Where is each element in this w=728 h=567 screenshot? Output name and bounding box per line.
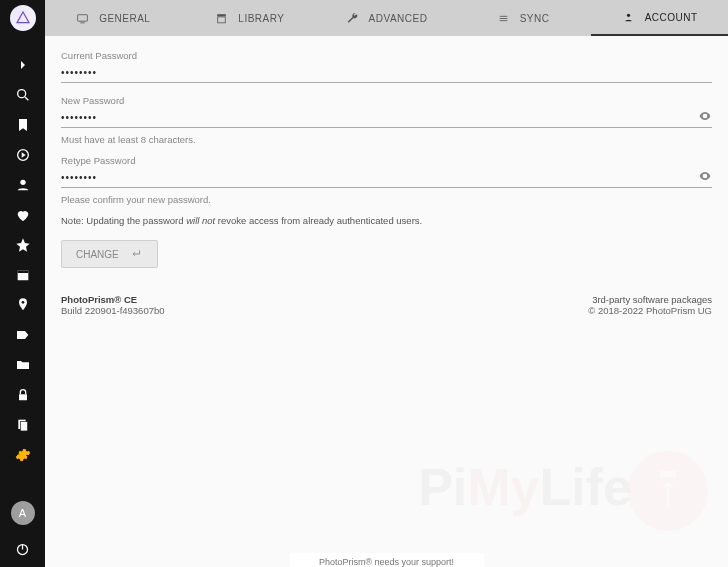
button-label: CHANGE: [76, 249, 119, 260]
sync-icon: [497, 12, 510, 25]
nav-logout[interactable]: [0, 531, 45, 567]
svg-rect-11: [20, 422, 27, 431]
wrench-icon: [346, 12, 359, 25]
retype-password-input[interactable]: [61, 170, 712, 187]
svg-rect-7: [17, 270, 28, 273]
tab-label: SYNC: [520, 13, 550, 24]
retype-password-hint: Please confirm your new password.: [61, 194, 712, 205]
nav-places[interactable]: [0, 290, 45, 320]
new-password-hint: Must have at least 8 characters.: [61, 134, 712, 145]
lock-icon: [15, 387, 31, 403]
tab-advanced[interactable]: ADVANCED: [318, 0, 455, 36]
folder-icon: [15, 357, 31, 373]
display-icon: [76, 12, 89, 25]
power-icon: [15, 542, 30, 557]
archive-icon: [215, 12, 228, 25]
nav-private[interactable]: [0, 380, 45, 410]
tab-sync[interactable]: SYNC: [455, 0, 592, 36]
app-logo[interactable]: [0, 0, 45, 36]
tab-label: ACCOUNT: [645, 12, 698, 23]
nav-labels[interactable]: [0, 320, 45, 350]
heart-icon: [15, 207, 31, 223]
enter-icon: [129, 247, 143, 261]
svg-rect-9: [19, 394, 27, 400]
nav-favorites-star[interactable]: [0, 230, 45, 260]
watermark: PiMyLife ↑: [418, 447, 708, 527]
star-icon: [15, 237, 31, 253]
account-settings-panel: Current Password New Password Must have …: [45, 36, 728, 567]
sidebar: A: [0, 0, 45, 567]
files-icon: [15, 417, 31, 433]
svg-point-8: [21, 301, 24, 304]
new-password-label: New Password: [61, 95, 712, 106]
nav-expand[interactable]: [0, 50, 45, 80]
nav-settings[interactable]: [0, 440, 45, 470]
current-password-label: Current Password: [61, 50, 712, 61]
account-icon: [622, 11, 635, 24]
svg-rect-16: [217, 14, 226, 16]
svg-point-1: [17, 90, 25, 98]
nav-search[interactable]: [0, 80, 45, 110]
user-avatar[interactable]: A: [11, 501, 35, 525]
current-password-input[interactable]: [61, 65, 712, 82]
nav-bookmarks[interactable]: [0, 110, 45, 140]
tab-account[interactable]: ACCOUNT: [591, 0, 728, 36]
nav-videos[interactable]: [0, 140, 45, 170]
label-icon: [15, 327, 31, 343]
gear-icon: [15, 447, 31, 463]
new-password-input[interactable]: [61, 110, 712, 127]
password-note: Note: Updating the password will not rev…: [61, 215, 712, 226]
tab-label: GENERAL: [99, 13, 150, 24]
search-icon: [15, 87, 31, 103]
support-banner[interactable]: PhotoPrism® needs your support!: [289, 553, 484, 567]
person-icon: [15, 177, 31, 193]
copyright: © 2018-2022 PhotoPrism UG: [588, 305, 712, 316]
settings-tabs: GENERAL LIBRARY ADVANCED SYNC ACCOUNT: [45, 0, 728, 36]
svg-marker-0: [17, 12, 29, 23]
play-circle-icon: [15, 147, 31, 163]
svg-point-5: [20, 180, 25, 185]
nav-library[interactable]: [0, 410, 45, 440]
nav-folders[interactable]: [0, 350, 45, 380]
tab-label: ADVANCED: [369, 13, 428, 24]
chevron-right-icon: [15, 57, 31, 73]
place-icon: [15, 297, 31, 313]
retype-password-label: Retype Password: [61, 155, 712, 166]
svg-rect-17: [218, 16, 226, 22]
packages-link[interactable]: 3rd-party software packages: [592, 294, 712, 305]
app-build: Build 220901-f493607b0: [61, 305, 165, 316]
svg-point-21: [627, 13, 630, 16]
change-password-button[interactable]: CHANGE: [61, 240, 158, 268]
bookmark-icon: [15, 117, 31, 133]
calendar-icon: [15, 267, 31, 283]
nav-people[interactable]: [0, 170, 45, 200]
svg-rect-14: [78, 14, 88, 20]
tab-library[interactable]: LIBRARY: [182, 0, 319, 36]
visibility-icon[interactable]: [698, 169, 712, 183]
nav-favorites-heart[interactable]: [0, 200, 45, 230]
tab-general[interactable]: GENERAL: [45, 0, 182, 36]
svg-line-2: [25, 97, 28, 100]
tab-label: LIBRARY: [238, 13, 284, 24]
svg-marker-4: [21, 152, 25, 157]
visibility-icon[interactable]: [698, 109, 712, 123]
app-brand: PhotoPrism® CE: [61, 294, 165, 305]
nav-calendar[interactable]: [0, 260, 45, 290]
